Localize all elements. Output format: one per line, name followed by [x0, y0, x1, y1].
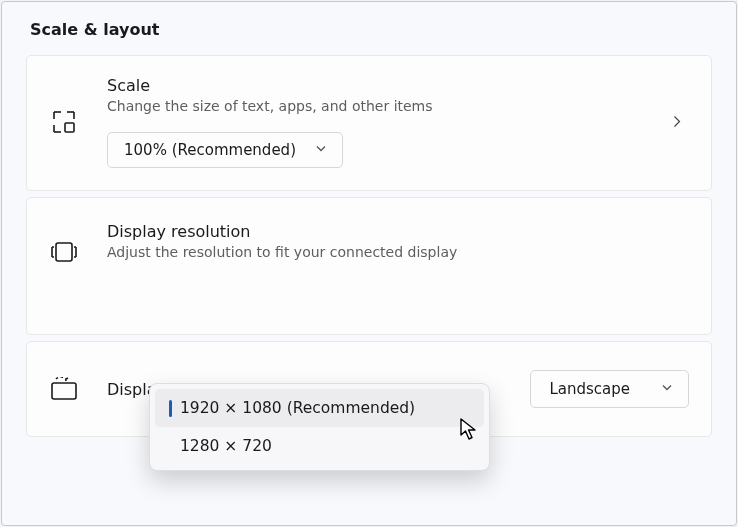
selection-indicator: [169, 400, 172, 417]
svg-rect-0: [65, 123, 74, 132]
resolution-dropdown-popup: 1920 × 1080 (Recommended) 1280 × 720: [149, 383, 490, 471]
svg-rect-1: [56, 243, 72, 261]
scale-dropdown[interactable]: 100% (Recommended): [107, 132, 343, 168]
settings-panel: Scale & layout Scale Change the size of …: [1, 1, 737, 526]
scale-card[interactable]: Scale Change the size of text, apps, and…: [26, 55, 712, 191]
scale-subtitle: Change the size of text, apps, and other…: [107, 98, 689, 114]
scale-dropdown-value: 100% (Recommended): [124, 141, 296, 159]
resolution-option[interactable]: 1920 × 1080 (Recommended): [155, 389, 484, 427]
resolution-option-label: 1920 × 1080 (Recommended): [180, 399, 415, 417]
scale-icon: [49, 108, 79, 136]
orientation-icon: [49, 377, 79, 401]
resolution-title: Display resolution: [107, 222, 689, 241]
chevron-down-icon: [660, 380, 674, 398]
resolution-icon: [49, 240, 79, 264]
resolution-option[interactable]: 1280 × 720: [155, 427, 484, 465]
chevron-right-icon[interactable]: [669, 114, 685, 133]
scale-title: Scale: [107, 76, 689, 95]
orientation-dropdown[interactable]: Landscape: [530, 370, 689, 408]
section-title: Scale & layout: [30, 20, 712, 39]
resolution-option-label: 1280 × 720: [180, 437, 272, 455]
svg-rect-2: [52, 383, 76, 399]
resolution-card[interactable]: Display resolution Adjust the resolution…: [26, 197, 712, 335]
chevron-down-icon: [314, 141, 328, 159]
orientation-dropdown-value: Landscape: [549, 380, 630, 398]
resolution-subtitle: Adjust the resolution to fit your connec…: [107, 244, 689, 260]
